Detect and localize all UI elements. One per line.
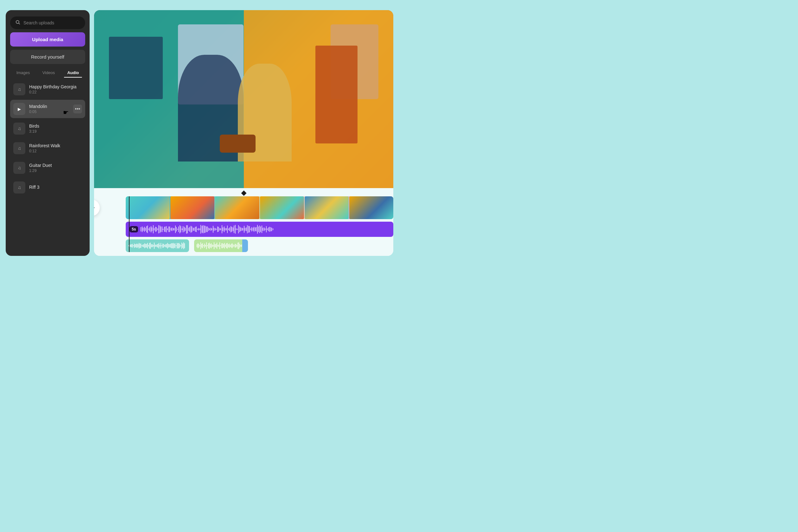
video-track [126, 196, 393, 219]
tracks-container: 5s [94, 196, 393, 252]
play-button[interactable] [94, 200, 100, 216]
audio-info-happy-birthday: Happy Birthday Georgia 0:22 [29, 84, 82, 94]
audio-name-birds: Birds [29, 124, 82, 129]
video-frame-3 [215, 196, 259, 219]
play-triangle-icon [94, 205, 95, 211]
waveform-bars [140, 224, 390, 234]
audio-info-guitar-duet: Guitar Duet 1:29 [29, 163, 82, 173]
clip-green-waveform [197, 242, 248, 249]
search-icon [15, 20, 20, 26]
video-frame-6 [349, 196, 393, 219]
audio-item-mandolin[interactable]: ▶ Mandolin 0:05 ••• ☛ [10, 100, 85, 118]
video-frame-4 [260, 196, 304, 219]
video-preview [94, 10, 393, 188]
playhead-line [129, 196, 130, 252]
audio-name-rainforest-walk: Rainforest Walk [29, 143, 82, 148]
play-icon-mandolin: ▶ [18, 107, 21, 112]
time-badge: 5s [130, 226, 138, 232]
audio-thumb-happy-birthday: ♫ [13, 83, 25, 95]
svg-point-0 [16, 21, 19, 23]
audio-duration-happy-birthday: 0:22 [29, 90, 82, 94]
video-frame-2 [170, 196, 214, 219]
audio-thumb-mandolin: ▶ [13, 103, 25, 115]
tab-audio[interactable]: Audio [64, 69, 82, 77]
music-note-icon-riff3: ♫ [18, 185, 21, 190]
audio-info-birds: Birds 3:19 [29, 124, 82, 134]
audio-info-rainforest-walk: Rainforest Walk 0:12 [29, 143, 82, 153]
audio-duration-guitar-duet: 1:29 [29, 169, 82, 173]
audio-info-mandolin: Mandolin 0:05 [29, 104, 69, 114]
timeline-area: 5s [94, 188, 393, 256]
audio-duration-birds: 3:19 [29, 129, 82, 134]
left-panel: Upload media Record yourself Images Vide… [6, 10, 90, 256]
audio-name-mandolin: Mandolin [29, 104, 69, 109]
audio-item-birds[interactable]: ♫ Birds 3:19 [10, 119, 85, 138]
video-frame-5 [305, 196, 349, 219]
video-strip-inner [126, 196, 393, 219]
svg-line-1 [19, 23, 20, 24]
music-note-icon-birds: ♫ [18, 126, 21, 131]
playhead-diamond [241, 191, 246, 196]
record-yourself-button[interactable]: Record yourself [10, 50, 85, 64]
tabs-bar: Images Videos Audio [10, 69, 85, 77]
music-note-icon: ♫ [18, 87, 21, 92]
audio-list: ♫ Happy Birthday Georgia 0:22 ▶ Mandolin… [10, 80, 85, 249]
search-bar[interactable] [10, 17, 85, 29]
clip-green[interactable] [194, 240, 248, 252]
audio-duration-rainforest-walk: 0:12 [29, 149, 82, 153]
clip-teal-waveform [128, 242, 187, 249]
tab-images[interactable]: Images [13, 69, 33, 77]
clips-row [126, 240, 393, 252]
audio-thumb-rainforest-walk: ♫ [13, 142, 25, 154]
clip-resize-handle[interactable] [242, 240, 248, 252]
audio-name-riff3: Riff 3 [29, 185, 82, 190]
more-options-button-mandolin[interactable]: ••• [73, 104, 82, 113]
audio-item-happy-birthday[interactable]: ♫ Happy Birthday Georgia 0:22 [10, 80, 85, 98]
tab-videos[interactable]: Videos [39, 69, 58, 77]
audio-thumb-birds: ♫ [13, 122, 25, 135]
video-frame-1 [126, 196, 170, 219]
search-input[interactable] [23, 20, 80, 25]
audio-thumb-riff3: ♫ [13, 182, 25, 193]
music-note-icon-guitar: ♫ [18, 165, 21, 170]
audio-name-guitar-duet: Guitar Duet [29, 163, 82, 168]
audio-item-guitar-duet[interactable]: ♫ Guitar Duet 1:29 [10, 159, 85, 177]
audio-duration-mandolin: 0:05 [29, 110, 69, 114]
clip-teal[interactable] [126, 240, 189, 252]
music-note-icon-rainforest: ♫ [18, 146, 21, 151]
right-panel: 5s [94, 10, 393, 256]
audio-waveform-track[interactable]: 5s [126, 222, 393, 237]
audio-item-rainforest-walk[interactable]: ♫ Rainforest Walk 0:12 [10, 139, 85, 157]
audio-name-happy-birthday: Happy Birthday Georgia [29, 84, 82, 89]
upload-media-button[interactable]: Upload media [10, 32, 85, 46]
audio-thumb-guitar-duet: ♫ [13, 162, 25, 174]
audio-info-riff3: Riff 3 [29, 185, 82, 190]
playhead-marker [94, 191, 393, 195]
audio-item-riff3[interactable]: ♫ Riff 3 [10, 178, 85, 197]
